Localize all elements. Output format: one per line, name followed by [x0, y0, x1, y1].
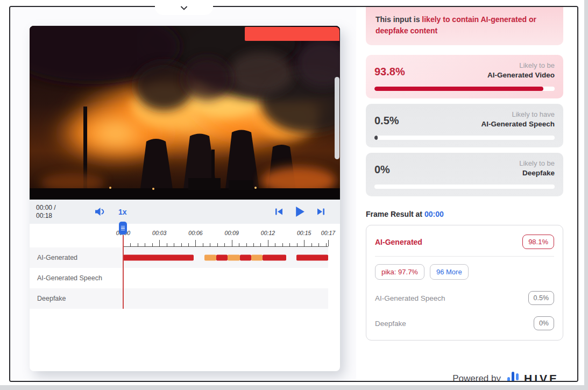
- ruler-tick-major: [328, 240, 329, 246]
- input-alert-banner: This input is likely to contain AI-gener…: [366, 7, 563, 45]
- ruler-tick-major: [159, 240, 160, 246]
- app-window: 00:00 / 00:18 1x: [0, 0, 584, 385]
- score-qualifier: Likely to have: [481, 110, 555, 119]
- score-progress-track: [374, 87, 555, 91]
- play-icon: [294, 205, 306, 218]
- timeline-segment: [216, 255, 228, 261]
- volume-button[interactable]: [94, 207, 105, 216]
- ruler-tick-minor: [203, 243, 203, 246]
- score-progress-fill: [374, 136, 378, 140]
- playback-speed-button[interactable]: 1x: [118, 208, 127, 216]
- scrubber-handle[interactable]: [119, 222, 127, 235]
- skip-previous-button[interactable]: [275, 208, 283, 216]
- video-alert-banner: [245, 27, 339, 41]
- more-models-chip[interactable]: 96 More: [430, 264, 469, 280]
- score-card-ai-generated-speech: 0.5% Likely to have AI-Generated Speech: [366, 104, 563, 147]
- secondary-row-ai-generated-speech: AI-Generated Speech 0.5%: [375, 291, 554, 305]
- ruler-tick-minor: [130, 243, 131, 246]
- track-label: Deepfake: [30, 295, 123, 302]
- timeline-segment: [123, 255, 194, 261]
- ruler-tick-major: [268, 240, 268, 246]
- timeline: 00:0000:0300:0600:0900:1200:1500:17 AI-G…: [30, 224, 340, 309]
- track-bars: [123, 268, 328, 288]
- scrollbar-thumb[interactable]: [335, 77, 339, 159]
- frame-result-timestamp: 00:00: [424, 210, 444, 218]
- ruler-label: 00:03: [152, 230, 166, 236]
- primary-class-label: AI-Generated: [375, 238, 422, 246]
- ruler-tick-minor: [174, 243, 174, 246]
- video-frame-fire-scene: [30, 26, 340, 200]
- secondary-score-pill: 0.5%: [528, 291, 555, 305]
- skip-previous-icon: [275, 208, 283, 216]
- ruler-tick-minor: [253, 243, 254, 246]
- skip-next-button[interactable]: [317, 208, 325, 216]
- content-frame: 00:00 / 00:18 1x: [9, 6, 578, 382]
- score-progress-track: [374, 136, 555, 140]
- timeline-segment: [251, 255, 263, 261]
- track-row-deepfake: Deepfake: [30, 288, 328, 309]
- primary-score-pill: 98.1%: [522, 235, 554, 249]
- ruler-tick-major: [304, 240, 304, 246]
- video-surface[interactable]: [30, 26, 340, 200]
- score-card-deepfake: 0% Likely to be Deepfake: [366, 153, 563, 196]
- ruler-tick-minor: [326, 243, 327, 246]
- track-row-ai-generated-speech: AI-Generated Speech: [30, 268, 328, 288]
- score-category: AI-Generated Speech: [481, 119, 555, 129]
- track-row-ai-generated: AI-Generated: [30, 247, 328, 268]
- secondary-row-deepfake: Deepfake 0%: [375, 316, 554, 330]
- ruler-tick-minor: [217, 243, 218, 246]
- score-value: 93.8%: [374, 66, 405, 78]
- score-progress-track: [374, 185, 555, 189]
- score-progress-fill: [374, 87, 543, 91]
- footer: Powered by HIVE: [366, 372, 563, 381]
- collapse-handle[interactable]: [155, 6, 213, 15]
- time-current: 00:00 /: [36, 204, 66, 212]
- volume-up-icon: [94, 207, 105, 216]
- player-panel: 00:00 / 00:18 1x: [10, 7, 356, 381]
- player-controls-bar: 00:00 / 00:18 1x: [30, 200, 340, 224]
- score-card-ai-generated-video: 93.8% Likely to be AI-Generated Video: [366, 55, 563, 98]
- hive-logo-link[interactable]: HIVE: [507, 372, 559, 381]
- ruler-tick-minor: [239, 243, 239, 246]
- timeline-segment: [204, 255, 216, 261]
- track-list: AI-Generated AI-Generated Speech Deepfak…: [30, 247, 328, 309]
- track-label: AI-Generated Speech: [30, 274, 123, 282]
- hive-bars-icon: [507, 372, 519, 381]
- play-button[interactable]: [294, 205, 306, 218]
- score-category: AI-Generated Video: [487, 70, 555, 80]
- timeline-segment: [228, 255, 240, 261]
- frame-result-heading: Frame Result at 00:00: [366, 210, 563, 218]
- results-panel: This input is likely to contain AI-gener…: [356, 7, 577, 381]
- skip-next-icon: [317, 208, 325, 216]
- timeline-segment: [296, 255, 328, 261]
- ruler-tick-minor: [138, 243, 138, 246]
- timeline-segment: [240, 255, 251, 261]
- ruler-tick-minor: [188, 243, 189, 246]
- time-display: 00:00 / 00:18: [36, 204, 66, 220]
- ruler-tick-minor: [224, 243, 225, 246]
- ruler-tick-minor: [145, 243, 145, 246]
- ruler-tick-minor: [275, 243, 275, 246]
- score-value: 0.5%: [374, 115, 399, 127]
- score-qualifier: Likely to be: [487, 61, 555, 70]
- ruler-tick-minor: [260, 243, 261, 246]
- score-value: 0%: [374, 164, 390, 176]
- timeline-ruler[interactable]: 00:0000:0300:0600:0900:1200:1500:17: [123, 224, 328, 247]
- ruler-tick-minor: [246, 243, 247, 246]
- model-chip-pika[interactable]: pika: 97.7%: [375, 264, 424, 280]
- video-player-card: 00:00 / 00:18 1x: [30, 26, 340, 371]
- score-qualifier: Likely to be: [519, 159, 555, 168]
- chevron-down-icon: [181, 6, 187, 10]
- ruler-tick-minor: [289, 243, 290, 246]
- ruler-label: 00:06: [188, 230, 202, 236]
- timeline-segment: [263, 255, 286, 261]
- divider: [375, 256, 554, 257]
- ruler-tick-minor: [311, 243, 312, 246]
- ruler-label: 00:12: [261, 230, 275, 236]
- ruler-tick-minor: [181, 243, 182, 246]
- ruler-label: 00:17: [321, 230, 335, 236]
- alert-prefix: This input is: [376, 15, 422, 24]
- ruler-tick-minor: [297, 243, 297, 246]
- ruler-tick-minor: [167, 243, 167, 246]
- ruler-tick-minor: [152, 243, 153, 246]
